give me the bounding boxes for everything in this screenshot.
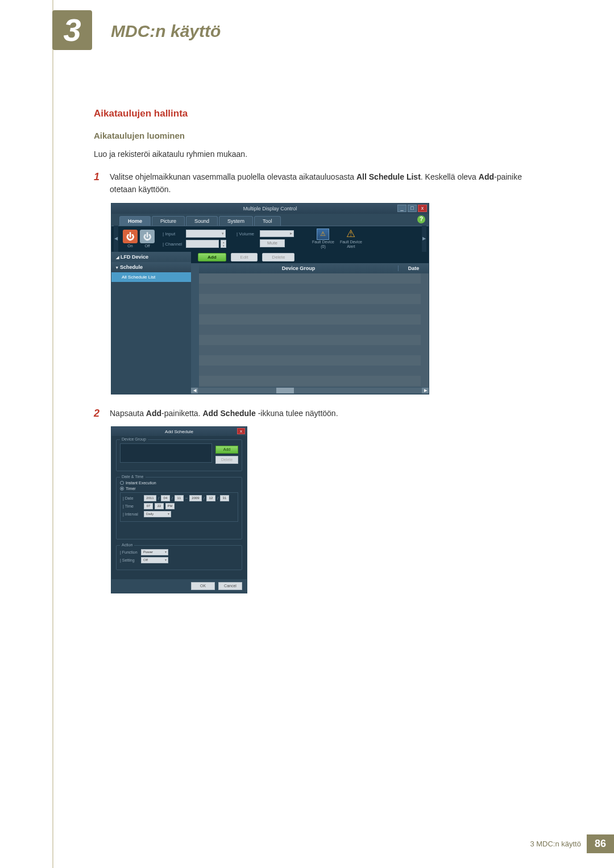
interval-label: Interval	[123, 512, 142, 516]
device-group-add-button[interactable]: Add	[215, 446, 238, 454]
dialog-footer: OK Cancel	[111, 579, 247, 593]
scroll-right-icon[interactable]: ▶	[422, 388, 429, 393]
left-margin-rule	[52, 0, 53, 868]
dialog-close-button[interactable]: x	[237, 428, 245, 434]
time-hour[interactable]: 07	[144, 503, 153, 509]
schedule-action-bar: Add Edit Delete	[191, 252, 429, 263]
grid-stripes	[199, 273, 421, 387]
tree-all-schedule-list[interactable]: All Schedule List	[111, 272, 191, 282]
alert-sub: Alert	[347, 244, 355, 249]
scroll-left-icon[interactable]: ◀	[191, 388, 198, 393]
step-number: 2	[94, 407, 110, 420]
step-text: Napsauta Add-painiketta. Add Schedule -i…	[110, 407, 543, 420]
device-group-list[interactable]	[120, 443, 212, 463]
power-on-button[interactable]: ⏻	[123, 230, 138, 243]
mdc-titlebar: Multiple Display Control _ □ x	[111, 203, 429, 214]
fault-label: Fault Device	[312, 240, 334, 244]
action-legend: Action	[120, 543, 134, 547]
radio-icon	[120, 481, 124, 485]
radio-instant[interactable]: Instant Execution	[120, 481, 238, 485]
t-bold: Add	[479, 172, 494, 181]
scroll-track[interactable]	[198, 388, 422, 393]
col-date[interactable]: Date	[398, 265, 429, 271]
cancel-button[interactable]: Cancel	[218, 582, 242, 590]
fault-device-alert[interactable]: ⚠ Fault Device Alert	[340, 229, 362, 250]
maximize-button[interactable]: □	[408, 205, 417, 212]
date-from-day[interactable]: 11	[175, 495, 184, 501]
function-label: Function	[120, 550, 139, 554]
channel-field[interactable]	[186, 240, 219, 248]
date-row: Date 2011/ 04/ 11 ~ 2009/ 12/ 31	[123, 495, 235, 501]
subsection-heading: Aikataulujen luominen	[94, 131, 543, 140]
power-off-label: Off	[140, 244, 155, 248]
date-label: Date	[123, 496, 142, 500]
tree-schedule-header[interactable]: ▾Schedule	[111, 262, 191, 272]
mute-button[interactable]: Mute	[260, 239, 285, 247]
fault-sub: (0)	[321, 244, 326, 249]
dialog-body: Device Group Add Delete Date & Time Inst…	[111, 436, 247, 579]
time-minute[interactable]: 22	[155, 503, 164, 509]
date-to-year[interactable]: 2009	[189, 495, 202, 501]
ok-button[interactable]: OK	[191, 582, 215, 590]
function-row: Function Power	[120, 549, 238, 555]
input-channel-group: Input ▾ Channel ▴▾	[163, 230, 226, 248]
col-device-group[interactable]: Device Group	[199, 265, 398, 271]
footer-page-number: 86	[587, 834, 614, 853]
chapter-title: MDC:n käyttö	[111, 22, 221, 41]
device-group-buttons: Add Delete	[215, 446, 238, 464]
schedule-grid-header: Device Group Date	[191, 263, 429, 273]
date-from-month[interactable]: 04	[161, 495, 170, 501]
date-to-day[interactable]: 31	[220, 495, 229, 501]
tab-system[interactable]: System	[219, 216, 253, 226]
lfd-label: LFD Device	[121, 254, 148, 260]
tab-picture[interactable]: Picture	[152, 216, 185, 226]
grid-header-spacer	[191, 263, 199, 273]
mdc-body: ◢LFD Device ▾Schedule All Schedule List …	[111, 252, 429, 394]
toolbar-nav-right-icon[interactable]: ▶	[422, 226, 426, 252]
channel-spinner[interactable]: ▴▾	[221, 240, 226, 248]
mdc-tabbar: Home Picture Sound System Tool ?	[111, 214, 429, 226]
t-bold: All Schedule List	[356, 172, 421, 181]
function-select[interactable]: Power	[141, 549, 168, 555]
setting-select[interactable]: Off	[141, 557, 168, 563]
close-button[interactable]: x	[418, 205, 427, 212]
power-off-button[interactable]: ⏻	[140, 230, 155, 243]
volume-slider[interactable]	[260, 230, 294, 237]
t-bold: Add Schedule	[202, 409, 255, 418]
tab-tool[interactable]: Tool	[254, 216, 281, 226]
device-group-legend: Device Group	[120, 437, 148, 441]
radio-timer[interactable]: Timer	[120, 487, 238, 491]
device-group-delete-button[interactable]: Delete	[215, 456, 238, 464]
edit-button[interactable]: Edit	[231, 253, 258, 261]
tab-home[interactable]: Home	[119, 216, 151, 226]
step-2: 2 Napsauta Add-painiketta. Add Schedule …	[94, 407, 543, 420]
tree-lfd-header[interactable]: ◢LFD Device	[111, 252, 191, 262]
tab-sound[interactable]: Sound	[186, 216, 218, 226]
time-row: Time 07 22 PM	[123, 503, 235, 509]
dialog-titlebar: Add Schedule x	[111, 427, 247, 436]
action-fieldset: Action Function Power Setting Off	[116, 545, 242, 570]
footer-label: 3 MDC:n käyttö	[530, 840, 581, 848]
mdc-title: Multiple Display Control	[243, 206, 297, 211]
time-ampm[interactable]: PM	[165, 503, 175, 509]
input-select[interactable]: ▾	[186, 230, 226, 238]
delete-button[interactable]: Delete	[262, 253, 294, 261]
t-bold: Add	[146, 409, 161, 418]
content-area: Aikataulujen hallinta Aikataulujen luomi…	[94, 108, 543, 593]
fault-device-count[interactable]: ⚠ Fault Device (0)	[312, 229, 334, 250]
interval-select[interactable]: Daily	[144, 511, 171, 517]
timer-subfieldset: Date 2011/ 04/ 11 ~ 2009/ 12/ 31 Time 07…	[120, 492, 238, 522]
device-group-fieldset: Device Group Add Delete	[116, 439, 242, 471]
date-from-year[interactable]: 2011	[144, 495, 156, 501]
grid-hscrollbar[interactable]: ◀ ▶	[191, 387, 429, 394]
step-number: 1	[94, 171, 110, 183]
power-on-label: On	[123, 244, 138, 248]
help-icon[interactable]: ?	[417, 215, 425, 223]
date-to-month[interactable]: 12	[206, 495, 215, 501]
minimize-button[interactable]: _	[397, 205, 406, 212]
mdc-right-panel: Add Edit Delete Device Group Date ◀ ▶	[191, 252, 429, 394]
alert-label: Fault Device	[340, 240, 362, 244]
instant-label: Instant Execution	[126, 481, 156, 485]
add-button[interactable]: Add	[198, 253, 226, 261]
toolbar-nav-left-icon[interactable]: ◀	[114, 226, 118, 252]
